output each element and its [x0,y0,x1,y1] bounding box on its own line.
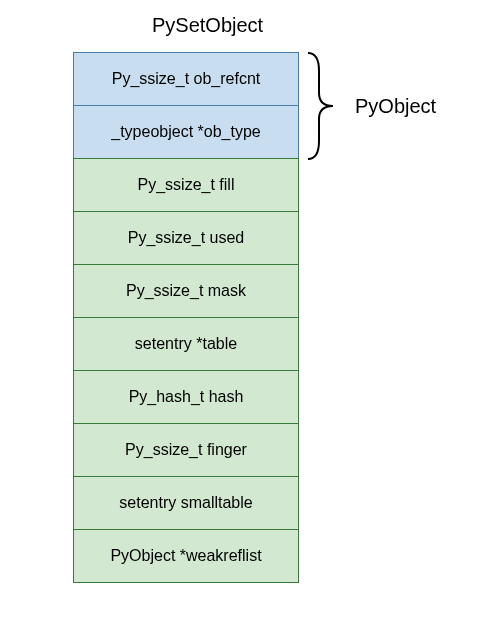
field-weakreflist: PyObject *weakreflist [73,529,299,583]
struct-table: Py_ssize_t ob_refcnt _typeobject *ob_typ… [73,52,299,583]
brace-label: PyObject [355,95,436,118]
field-finger: Py_ssize_t finger [73,423,299,477]
field-ob-refcnt: Py_ssize_t ob_refcnt [73,52,299,106]
field-ob-type: _typeobject *ob_type [73,105,299,159]
field-fill: Py_ssize_t fill [73,158,299,212]
field-hash: Py_hash_t hash [73,370,299,424]
brace-icon [305,51,340,161]
field-mask: Py_ssize_t mask [73,264,299,318]
field-smalltable: setentry smalltable [73,476,299,530]
struct-title: PySetObject [152,14,263,37]
field-table: setentry *table [73,317,299,371]
field-used: Py_ssize_t used [73,211,299,265]
